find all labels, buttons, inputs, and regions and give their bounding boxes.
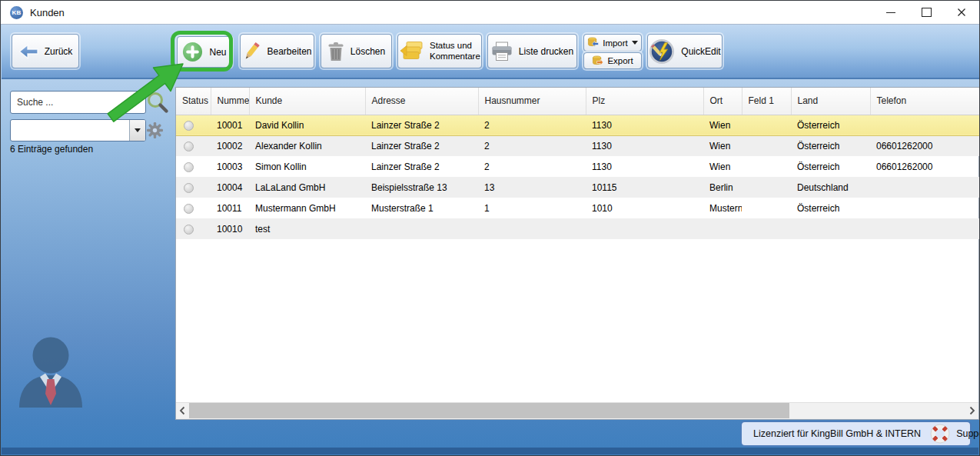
table-row[interactable]: 10001David KollinLainzer Straße 221130Wi… [176, 115, 980, 135]
cell-feld1 [742, 198, 791, 218]
bottom-strip [2, 448, 978, 454]
column-header-telefon[interactable]: Telefon [870, 88, 980, 115]
cell-plz: 10115 [586, 177, 703, 198]
status-indicator-icon [184, 204, 194, 214]
chevron-right-icon [968, 406, 975, 415]
table-row[interactable]: 10003Simon KollinLainzer Straße 221130Wi… [176, 156, 980, 177]
annotation-arrow [99, 52, 195, 128]
column-header-adresse[interactable]: Adresse [365, 88, 478, 115]
column-header-land[interactable]: Land [791, 88, 870, 115]
column-header-ort[interactable]: Ort [703, 88, 742, 115]
results-count: 6 Einträge gefunden [10, 144, 93, 155]
cell-land: Österreich [791, 198, 870, 218]
cell-land [791, 218, 870, 239]
delete-button[interactable]: Löschen [321, 34, 392, 68]
customer-table: StatusNummerKundeAdresseHausnummerPlzOrt… [176, 88, 980, 239]
minimize-icon [886, 12, 895, 13]
cell-nummer: 10004 [211, 177, 249, 198]
cell-status [176, 156, 211, 177]
delete-button-label: Löschen [350, 46, 385, 57]
app-window: KB Kunden Zurück Neu [0, 0, 980, 456]
cell-plz [586, 218, 703, 239]
table-header-row: StatusNummerKundeAdresseHausnummerPlzOrt… [176, 88, 980, 115]
import-icon [587, 37, 599, 48]
scroll-right-button[interactable] [965, 403, 978, 418]
app-logo-icon: KB [10, 6, 23, 19]
window-title: Kunden [30, 7, 65, 18]
scrollbar-thumb[interactable] [189, 403, 789, 418]
table-row[interactable]: 10004LaLaLand GmbHBeispielsstraße 131310… [176, 177, 980, 198]
cell-feld1 [742, 115, 791, 135]
export-button[interactable]: Export [583, 52, 642, 69]
import-button[interactable]: Import [583, 34, 642, 52]
cell-nummer: 10010 [211, 218, 249, 239]
cell-adresse: Lainzer Straße 2 [365, 115, 478, 135]
status-indicator-icon [184, 225, 194, 235]
back-button-label: Zurück [45, 46, 73, 57]
support-button[interactable]: Support [930, 424, 980, 444]
cell-kunde: test [249, 218, 365, 239]
quickedit-icon [649, 38, 675, 65]
table-row[interactable]: 10002Alexander KollinLainzer Straße 2211… [176, 135, 980, 156]
person-icon [18, 337, 84, 408]
cell-status [176, 198, 211, 218]
column-header-hausnummer[interactable]: Hausnummer [478, 88, 586, 115]
status-indicator-icon [184, 183, 194, 193]
edit-button[interactable]: Bearbeiten [240, 34, 314, 68]
cell-ort: Wien [703, 156, 742, 177]
cell-plz: 1130 [586, 156, 703, 177]
cell-feld1 [742, 135, 791, 156]
cell-hausnummer: 2 [478, 135, 586, 156]
column-header-feld-1[interactable]: Feld 1 [742, 88, 791, 115]
cell-land: Deutschland [791, 177, 870, 198]
cell-feld1 [742, 177, 791, 198]
table-row[interactable]: 10010test [176, 218, 980, 239]
horizontal-scrollbar[interactable] [176, 402, 978, 419]
status-comments-button[interactable]: Status und Kommentare [397, 34, 482, 68]
cell-kunde: Mustermann GmbH [249, 198, 365, 218]
cell-telefon [870, 115, 980, 135]
export-icon [592, 55, 603, 67]
print-list-button[interactable]: Liste drucken [487, 34, 577, 68]
quickedit-button[interactable]: QuickEdit [647, 34, 723, 68]
maximize-button[interactable] [909, 1, 944, 24]
close-button[interactable] [944, 1, 979, 24]
table-row[interactable]: 10011Mustermann GmbHMusterstraße 111010M… [176, 198, 980, 218]
status-indicator-icon [184, 162, 194, 172]
cell-feld1 [742, 218, 791, 239]
cell-hausnummer: 2 [478, 156, 586, 177]
import-button-label: Import [603, 38, 628, 48]
support-label: Support [956, 428, 980, 439]
back-arrow-icon [18, 43, 38, 60]
cell-kunde: LaLaLand GmbH [249, 177, 365, 198]
cell-land: Österreich [791, 135, 870, 156]
scroll-left-button[interactable] [176, 403, 189, 418]
edit-button-label: Bearbeiten [267, 46, 311, 57]
cell-ort: Wien [703, 135, 742, 156]
cell-adresse: Musterstraße 1 [365, 198, 478, 218]
cell-land: Österreich [791, 115, 870, 135]
cell-adresse [365, 218, 478, 239]
import-dropdown-caret-icon [632, 41, 638, 45]
cell-plz: 1130 [586, 115, 703, 135]
column-header-plz[interactable]: Plz [586, 88, 703, 115]
title-bar: KB Kunden [1, 1, 979, 25]
print-list-label: Liste drucken [519, 46, 573, 57]
cell-kunde: David Kollin [249, 115, 365, 135]
pencil-icon [242, 42, 261, 62]
cell-plz: 1130 [586, 135, 703, 156]
cell-adresse: Beispielsstraße 13 [365, 177, 478, 198]
maximize-icon [922, 8, 932, 17]
minimize-button[interactable] [873, 1, 909, 24]
customer-table-panel: StatusNummerKundeAdresseHausnummerPlzOrt… [175, 87, 979, 420]
column-header-nummer[interactable]: Nummer [211, 88, 249, 115]
window-controls [873, 1, 979, 24]
cell-telefon [870, 177, 980, 198]
cell-telefon: 06601262000 [870, 135, 980, 156]
status-comments-label: Status und Kommentare [430, 41, 479, 62]
back-button[interactable]: Zurück [12, 34, 79, 68]
cell-adresse: Lainzer Straße 2 [365, 135, 478, 156]
cell-hausnummer: 13 [478, 177, 586, 198]
cell-hausnummer: 2 [478, 115, 586, 135]
column-header-kunde[interactable]: Kunde [249, 88, 365, 115]
